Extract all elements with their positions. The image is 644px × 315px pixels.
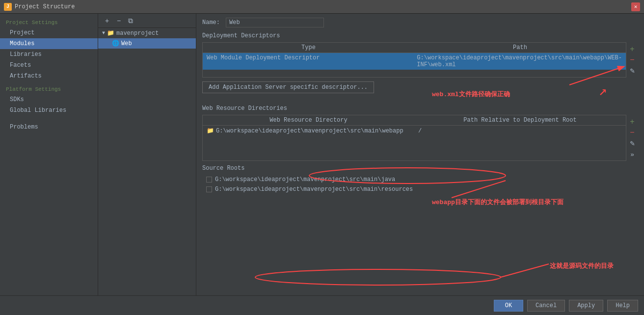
source-root-resources: G:\workspace\ideaproject\mavenproject\sr… bbox=[202, 184, 638, 194]
web-module-icon: 🌐 bbox=[112, 40, 119, 47]
add-module-button[interactable]: + bbox=[102, 16, 112, 26]
add-descriptor-button[interactable]: Add Application Server specific descript… bbox=[202, 81, 374, 93]
web-res-edit-button[interactable]: ✎ bbox=[627, 138, 637, 148]
copy-module-button[interactable]: ⧉ bbox=[126, 16, 135, 26]
deployment-table-area: Type Path Web Module Deployment Descript… bbox=[202, 42, 638, 78]
window-title: Project Structure bbox=[15, 3, 75, 10]
help-button[interactable]: Help bbox=[607, 300, 638, 312]
expand-arrow-icon: ▼ bbox=[102, 30, 105, 36]
web-res-more-button[interactable]: » bbox=[627, 149, 637, 159]
deployment-remove-button[interactable]: − bbox=[627, 55, 637, 65]
web-resource-title: Web Resource Directories bbox=[202, 105, 638, 112]
resources-source-path: G:\workspace\ideaproject\mavenproject\sr… bbox=[215, 186, 413, 193]
deployment-table: Type Path Web Module Deployment Descript… bbox=[202, 42, 626, 78]
sidebar-item-sdks[interactable]: SDKs bbox=[0, 94, 98, 105]
descriptor-type-cell: Web Module Deployment Descriptor bbox=[203, 53, 413, 70]
java-source-checkbox[interactable] bbox=[206, 177, 212, 183]
ok-button[interactable]: OK bbox=[494, 300, 523, 312]
add-descriptor-area: Add Application Server specific descript… bbox=[202, 81, 638, 99]
path-column-header: Path bbox=[414, 43, 626, 52]
web-resource-table: Web Resource Directory Path Relative to … bbox=[202, 115, 626, 161]
web-dir-path: G:\workspace\ideaproject\mavenproject\sr… bbox=[216, 128, 403, 134]
descriptor-path-cell: G:\workspace\ideaproject\mavenproject\sr… bbox=[413, 53, 626, 70]
web-dir-cell: 📁 G:\workspace\ideaproject\mavenproject\… bbox=[203, 126, 414, 136]
java-source-path: G:\workspace\ideaproject\mavenproject\sr… bbox=[215, 176, 395, 183]
web-dir-folder-icon: 📁 bbox=[207, 127, 214, 134]
app-icon: J bbox=[4, 3, 12, 11]
source-roots-title: Source Roots bbox=[202, 165, 638, 172]
name-field-row: Name: bbox=[202, 18, 638, 27]
platform-settings-label: Platform Settings bbox=[0, 84, 98, 94]
title-bar-left: J Project Structure bbox=[4, 3, 75, 11]
deployment-descriptors-title: Deployment Descriptors bbox=[202, 32, 638, 39]
web-resource-row[interactable]: 📁 G:\workspace\ideaproject\mavenproject\… bbox=[203, 126, 626, 136]
tree-root-item[interactable]: ▼ 📁 mavenproject bbox=[98, 28, 196, 38]
sidebar-item-modules[interactable]: Modules bbox=[0, 38, 98, 49]
svg-point-3 bbox=[255, 269, 501, 285]
name-input[interactable] bbox=[226, 18, 324, 27]
remove-module-button[interactable]: − bbox=[114, 16, 124, 26]
name-label: Name: bbox=[202, 19, 222, 26]
bottom-bar: OK Cancel Apply Help bbox=[0, 295, 644, 315]
sidebar-item-project[interactable]: Project bbox=[0, 27, 98, 38]
right-panel: Name: Deployment Descriptors Type Path W… bbox=[196, 14, 644, 198]
left-panel: Project Settings Project Modules Librari… bbox=[0, 14, 98, 295]
deployment-side-buttons: + − ✎ bbox=[626, 42, 638, 78]
apply-button[interactable]: Apply bbox=[569, 300, 603, 312]
tree-web-label: Web bbox=[121, 40, 132, 47]
close-button[interactable]: ✕ bbox=[631, 2, 640, 11]
tree-web-item[interactable]: 🌐 Web bbox=[98, 38, 196, 49]
resources-source-checkbox[interactable] bbox=[206, 186, 212, 192]
right-panel-wrapper: Name: Deployment Descriptors Type Path W… bbox=[196, 14, 644, 295]
type-column-header: Type bbox=[203, 43, 414, 52]
svg-line-4 bbox=[501, 264, 549, 277]
path-relative-column-header: Path Relative to Deployment Root bbox=[414, 115, 626, 125]
web-res-add-button[interactable]: + bbox=[627, 117, 637, 127]
sidebar-item-global-libraries[interactable]: Global Libraries bbox=[0, 105, 98, 116]
webapp-annotation: webapp目录下面的文件会被部署到根目录下面 bbox=[432, 198, 564, 198]
project-settings-label: Project Settings bbox=[0, 18, 98, 27]
folder-icon: 📁 bbox=[107, 29, 114, 37]
source-root-java: G:\workspace\ideaproject\mavenproject\sr… bbox=[202, 175, 638, 184]
deployment-table-header: Type Path bbox=[203, 43, 626, 53]
title-bar: J Project Structure ✕ bbox=[0, 0, 644, 14]
web-res-side-buttons: + − ✎ » bbox=[626, 115, 638, 161]
cancel-button[interactable]: Cancel bbox=[527, 300, 565, 312]
source-roots-section: Source Roots G:\workspace\ideaproject\ma… bbox=[202, 165, 638, 194]
web-res-remove-button[interactable]: − bbox=[627, 128, 637, 137]
deployment-add-button[interactable]: + bbox=[627, 44, 637, 54]
deployment-edit-button[interactable]: ✎ bbox=[627, 66, 637, 76]
main-layout: Project Settings Project Modules Librari… bbox=[0, 14, 644, 295]
middle-panel: + − ⧉ ▼ 📁 mavenproject 🌐 Web bbox=[98, 14, 196, 295]
sidebar-item-facets[interactable]: Facets bbox=[0, 60, 98, 71]
web-path-relative-cell: / bbox=[414, 126, 626, 136]
web-dir-column-header: Web Resource Directory bbox=[203, 115, 414, 125]
middle-toolbar: + − ⧉ bbox=[98, 14, 196, 28]
sidebar-item-problems[interactable]: Problems bbox=[0, 122, 98, 132]
deployment-table-row[interactable]: Web Module Deployment Descriptor G:\work… bbox=[203, 53, 626, 70]
sidebar-item-libraries[interactable]: Libraries bbox=[0, 49, 98, 60]
sidebar-item-artifacts[interactable]: Artifacts bbox=[0, 71, 98, 81]
tree-root-label: mavenproject bbox=[116, 30, 159, 37]
web-resource-area: Web Resource Directory Path Relative to … bbox=[202, 115, 638, 161]
web-resource-header: Web Resource Directory Path Relative to … bbox=[203, 115, 626, 126]
